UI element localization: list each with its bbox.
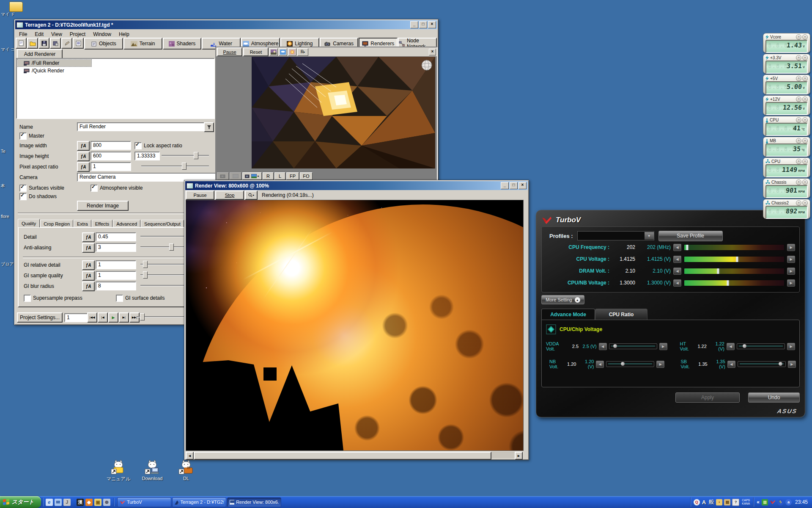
dropdown-arrow-icon[interactable]: ▼ bbox=[645, 232, 654, 240]
menu-file[interactable]: File bbox=[15, 30, 31, 38]
increase-icon[interactable]: ▶ bbox=[787, 279, 795, 287]
tab-extra[interactable]: Extra bbox=[74, 220, 91, 227]
preview-mode-r-button[interactable]: R bbox=[263, 172, 274, 180]
increase-icon[interactable]: ▶ bbox=[787, 256, 795, 263]
increase-icon[interactable]: ▶ bbox=[787, 244, 795, 251]
gi-blur-animate-button[interactable]: ƒA bbox=[82, 282, 95, 291]
undo-button[interactable]: Undo bbox=[748, 392, 800, 403]
detail-field[interactable]: 0.45 bbox=[96, 232, 136, 241]
shortcut-download[interactable]: Download bbox=[135, 459, 169, 482]
tray-turbov-icon[interactable] bbox=[770, 500, 776, 505]
skip-start-icon[interactable]: |◀◀ bbox=[87, 312, 97, 323]
tab-advance-mode[interactable]: Advance Mode bbox=[541, 309, 595, 320]
menu-project[interactable]: Project bbox=[66, 30, 89, 38]
preview-render-canvas[interactable] bbox=[252, 57, 435, 168]
preview-mode-fo-button[interactable]: FO bbox=[300, 172, 313, 180]
gi-sample-animate-button[interactable]: ƒA bbox=[82, 271, 95, 281]
filter-funnel-button[interactable] bbox=[204, 122, 214, 132]
node-list-button[interactable] bbox=[73, 38, 84, 49]
ime-input-mode[interactable]: A bbox=[702, 499, 706, 505]
sensor-close-icon[interactable]: × bbox=[802, 138, 808, 144]
render-view-titlebar[interactable]: Render View: 800x600 @ 100% _ □ × bbox=[185, 181, 528, 190]
preview-render-mode-button[interactable]: R▸ bbox=[297, 48, 308, 56]
new-file-button[interactable] bbox=[16, 38, 27, 49]
sensor-chassis-fan[interactable]: Chassis ≡× 8.8.8.8901RPM bbox=[763, 178, 810, 198]
render-stop-button[interactable]: Stop bbox=[215, 190, 244, 200]
quicklaunch-app2-icon[interactable]: ◆ bbox=[85, 499, 93, 506]
open-file-button[interactable] bbox=[27, 38, 38, 49]
dram-voltage-slider[interactable] bbox=[684, 268, 785, 274]
ime-conversion-mode[interactable]: 般 bbox=[708, 498, 714, 506]
surfaces-visible-checkbox[interactable] bbox=[19, 185, 27, 192]
menu-edit[interactable]: Edit bbox=[31, 30, 47, 38]
sensor-link-icon[interactable]: ≡ bbox=[796, 117, 801, 123]
sensor-vcore[interactable]: Vcore ≡× 8.8.8.81.43V bbox=[763, 33, 810, 53]
task-turbov[interactable]: TurboV bbox=[117, 497, 171, 507]
image-disabled-icon[interactable] bbox=[230, 172, 241, 180]
sensor-12v[interactable]: +12V ≡× 8.8.8.812.56V bbox=[763, 95, 810, 115]
ime-caps-kana[interactable]: CAPS KANA bbox=[742, 499, 750, 505]
decrease-icon[interactable]: ◀ bbox=[596, 361, 604, 368]
increase-icon[interactable]: ▶ bbox=[788, 361, 796, 368]
supersample-checkbox[interactable] bbox=[24, 295, 31, 302]
preview-close-icon[interactable]: × bbox=[429, 49, 436, 55]
gi-surface-checkbox[interactable] bbox=[116, 295, 123, 302]
sensor-5v[interactable]: +5V ≡× 8.8.8.85.00V bbox=[763, 75, 810, 94]
minimize-icon[interactable]: _ bbox=[410, 21, 418, 28]
gi-detail-field[interactable]: 1 bbox=[96, 260, 136, 269]
decrease-icon[interactable]: ◀ bbox=[673, 256, 681, 263]
ribbon-objects[interactable]: Objects bbox=[84, 38, 123, 50]
sensor-close-icon[interactable]: × bbox=[802, 117, 808, 123]
shortcut-dl[interactable]: DL bbox=[169, 459, 203, 482]
gi-blur-field[interactable]: 8 bbox=[96, 282, 136, 290]
apply-button[interactable]: Apply bbox=[675, 392, 740, 403]
start-button[interactable]: スタート bbox=[0, 496, 41, 508]
desktop-icon-label[interactable]: マイ ド bbox=[1, 11, 15, 17]
sensor-close-icon[interactable]: × bbox=[802, 34, 808, 40]
pixel-aspect-animate-button[interactable]: ƒA bbox=[77, 162, 90, 172]
render-image-button[interactable]: Render Image bbox=[77, 201, 129, 211]
vdda-volt-slider[interactable] bbox=[609, 343, 657, 349]
detail-animate-button[interactable]: ƒA bbox=[82, 232, 95, 242]
aa-animate-button[interactable]: ƒA bbox=[82, 243, 95, 253]
project-settings-button[interactable]: Project Settings... bbox=[17, 312, 63, 323]
sensor-link-icon[interactable]: ≡ bbox=[796, 97, 801, 102]
sensor-link-icon[interactable]: ≡ bbox=[796, 159, 801, 164]
pixel-aspect-field[interactable]: 1 bbox=[91, 162, 131, 171]
save-button[interactable] bbox=[38, 38, 49, 49]
ime-palette-icon[interactable]: ◗ bbox=[716, 499, 722, 505]
quicklaunch-j-icon[interactable]: J bbox=[63, 499, 71, 506]
sensor-link-icon[interactable]: ≡ bbox=[796, 34, 801, 40]
turbov-header[interactable]: TurboV bbox=[541, 214, 800, 226]
menu-view[interactable]: View bbox=[47, 30, 66, 38]
decrease-icon[interactable]: ◀ bbox=[673, 279, 681, 287]
close-icon[interactable]: × bbox=[518, 182, 527, 189]
ht-volt-slider[interactable] bbox=[737, 343, 785, 349]
profiles-dropdown[interactable]: ▼ bbox=[577, 231, 654, 240]
quicklaunch-app3-icon[interactable]: ▣ bbox=[94, 499, 102, 506]
aspect-ratio-slider[interactable] bbox=[162, 152, 209, 159]
decrease-icon[interactable]: ◀ bbox=[673, 268, 681, 275]
desktop-icon-label[interactable]: マイ コ bbox=[1, 47, 15, 52]
tab-effects[interactable]: Effects bbox=[92, 220, 112, 227]
add-renderer-button[interactable]: Add Renderer bbox=[17, 49, 63, 59]
increase-icon[interactable]: ▶ bbox=[659, 343, 667, 350]
quicklaunch-ie-icon[interactable]: e bbox=[46, 499, 53, 506]
node-item-quick-render[interactable]: /Quick Render bbox=[18, 67, 213, 74]
increase-icon[interactable]: ▶ bbox=[787, 268, 795, 275]
quicklaunch-mail-icon[interactable]: ✉ bbox=[55, 499, 62, 506]
ribbon-shaders[interactable]: Shaders bbox=[163, 38, 202, 50]
tab-advanced[interactable]: Advanced bbox=[113, 220, 140, 227]
h-scrollbar[interactable]: ◀ ▶ bbox=[186, 452, 523, 458]
tab-sequence-output[interactable]: Sequence/Output bbox=[141, 220, 184, 227]
tab-cpu-ratio[interactable]: CPU Ratio bbox=[595, 309, 647, 320]
preview-thumb-sun-icon[interactable] bbox=[288, 48, 296, 56]
sensor-link-icon[interactable]: ≡ bbox=[796, 55, 801, 61]
sensor-close-icon[interactable]: × bbox=[802, 159, 808, 164]
image-width-animate-button[interactable]: ƒA bbox=[77, 141, 90, 151]
sensor-link-icon[interactable]: ≡ bbox=[796, 179, 801, 185]
ribbon-terrain[interactable]: Terrain bbox=[123, 38, 162, 50]
node-item-full-render[interactable]: /Full Render bbox=[18, 60, 91, 66]
increase-icon[interactable]: ▶ bbox=[787, 343, 795, 350]
trackball-gizmo-icon[interactable] bbox=[421, 59, 433, 71]
